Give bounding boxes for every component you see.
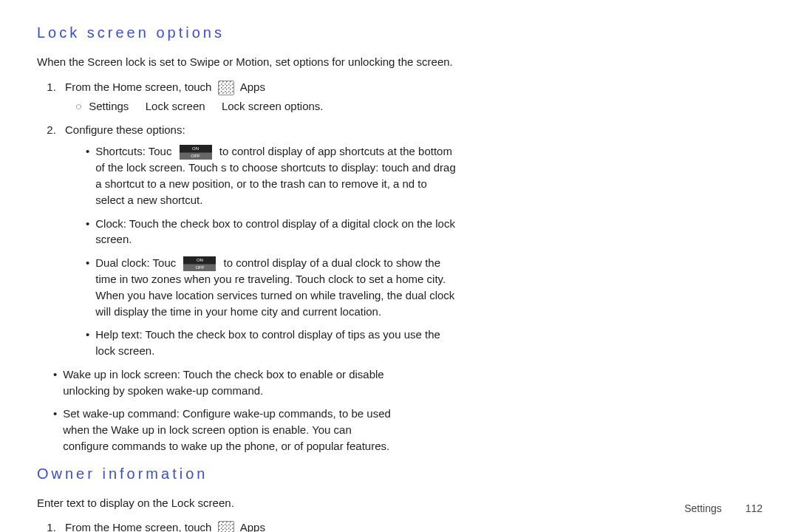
term-clock: Clock (95, 217, 123, 230)
left-steps: From the Home screen, touch Apps ○ Setti… (37, 79, 458, 359)
right-column: Wake up in lock screen: Touch the check … (37, 366, 399, 532)
term-wake-up: Wake up in lock screen (63, 368, 177, 381)
option-clock: Clock: Touch the check box to control di… (86, 216, 458, 248)
toggle-off-label: OFF (183, 264, 216, 272)
option-wake-up: Wake up in lock screen: Touch the check … (53, 366, 399, 399)
lead: : Touc (143, 145, 172, 157)
sub-marker-icon: ○ (75, 98, 83, 115)
term-dual-clock: Dual clock (95, 256, 146, 269)
left-step-1: From the Home screen, touch Apps ○ Setti… (59, 79, 458, 115)
heading-owner-information: Owner information (37, 463, 399, 485)
left-step-2: Configure these options: Shortcuts: Touc… (59, 122, 458, 359)
option-set-wake-up: Set wake-up command: Configure wake-up c… (53, 406, 399, 454)
onoff-toggle-icon: ON OFF (183, 256, 216, 271)
left-column: Lock screen options When the Screen lock… (37, 22, 458, 366)
apps-label: Apps (240, 521, 265, 532)
owner-intro: Enter text to display on the Lock screen… (37, 495, 399, 511)
sub-settings: Settings (89, 100, 129, 112)
right-step-1: From the Home screen, touch Apps ○ Setti… (59, 519, 399, 532)
intro-text: When the Screen lock is set to Swipe or … (37, 54, 458, 70)
step-text: From the Home screen, touch (65, 521, 215, 532)
left-step-1-sub: ○ Settings Lock screen Lock screen optio… (75, 98, 458, 115)
apps-label: Apps (240, 81, 265, 93)
lead: : Touc (146, 256, 176, 269)
left-options: Shortcuts: Touc ON OFF to control displa… (65, 143, 458, 359)
right-steps: From the Home screen, touch Apps ○ Setti… (37, 519, 399, 532)
sub-lockscreen: Lock screen (146, 100, 205, 112)
toggle-on-label: ON (180, 145, 212, 152)
footer-page-number: 112 (746, 502, 763, 514)
apps-icon (218, 521, 234, 532)
right-top-bullets: Wake up in lock screen: Touch the check … (37, 366, 399, 454)
option-help-text: Help text: Touch the check box to contro… (86, 327, 458, 359)
term-shortcuts: Shortcuts (95, 145, 142, 157)
sub-lockscreen-options: Lock screen options. (222, 100, 324, 112)
heading-lock-screen-options: Lock screen options (37, 22, 458, 44)
term-help-text: Help text (95, 328, 139, 341)
body: : Touch the check box to control display… (95, 328, 440, 357)
onoff-toggle-icon: ON OFF (180, 145, 212, 160)
step-text: Configure these options: (65, 123, 185, 136)
toggle-off-label: OFF (180, 152, 212, 160)
step-text: From the Home screen, touch (65, 81, 215, 93)
footer-section: Settings (684, 502, 722, 514)
term-set-wake-up: Set wake-up command (63, 407, 176, 420)
page-footer: Settings 112 (684, 501, 763, 516)
toggle-on-label: ON (183, 256, 216, 264)
option-shortcuts: Shortcuts: Touc ON OFF to control displa… (86, 143, 458, 208)
apps-icon (218, 81, 234, 95)
option-dual-clock: Dual clock: Touc ON OFF to control displ… (86, 255, 458, 319)
body: : Touch the check box to control display… (95, 217, 455, 246)
